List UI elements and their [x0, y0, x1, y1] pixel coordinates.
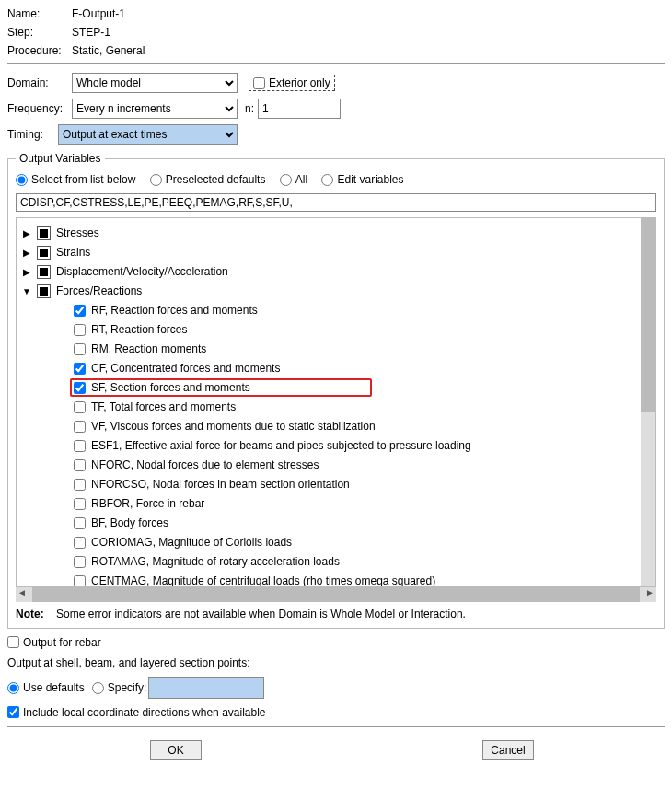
timing-label: Timing:: [7, 128, 58, 141]
tree-item-nforc[interactable]: NFORC, Nodal forces due to element stres…: [20, 456, 637, 475]
exterior-only-label: Exterior only: [269, 76, 330, 89]
radio-preselected[interactable]: Preselected defaults: [150, 173, 266, 186]
step-label: Step:: [7, 26, 72, 39]
procedure-row: Procedure: Static, General: [7, 44, 665, 57]
item-label: VF, Viscous forces and moments due to st…: [91, 420, 376, 433]
item-checkbox[interactable]: [74, 324, 86, 336]
specify-input[interactable]: [148, 677, 264, 699]
item-checkbox[interactable]: [74, 537, 86, 549]
tree-item-rbfor[interactable]: RBFOR, Force in rebar: [20, 494, 637, 514]
checkbox-indeterminate-icon[interactable]: [37, 265, 51, 279]
item-checkbox[interactable]: [74, 440, 86, 452]
name-row: Name: F-Output-1: [7, 7, 665, 20]
item-label: BF, Body forces: [91, 516, 168, 529]
item-checkbox[interactable]: [74, 343, 86, 355]
radio-use-defaults[interactable]: Use defaults: [7, 681, 85, 694]
divider: [7, 63, 665, 64]
output-for-rebar-row[interactable]: Output for rebar: [7, 636, 665, 649]
item-checkbox[interactable]: [74, 305, 86, 317]
tree-item-rm[interactable]: RM, Reaction moments: [20, 340, 637, 359]
exterior-only-box[interactable]: Exterior only: [249, 75, 335, 91]
timing-row: Timing: Output at exact times: [7, 124, 665, 145]
item-label: ESF1, Effective axial force for beams an…: [91, 439, 471, 452]
n-label: n:: [245, 102, 254, 115]
output-mode-radios: Select from list below Preselected defau…: [16, 172, 656, 186]
frequency-dropdown[interactable]: Every n increments: [72, 99, 238, 119]
radio-specify[interactable]: Specify:: [92, 681, 147, 694]
checkbox-indeterminate-icon[interactable]: [37, 284, 51, 298]
n-input[interactable]: [258, 99, 341, 119]
radio-all[interactable]: All: [280, 173, 307, 186]
tree-item-tf[interactable]: TF, Total forces and moments: [20, 398, 637, 417]
tree-item-esf1[interactable]: ESF1, Effective axial force for beams an…: [20, 436, 637, 456]
tree-label: Forces/Reactions: [56, 284, 142, 297]
name-label: Name:: [7, 7, 72, 20]
tree-label: Strains: [56, 246, 90, 259]
tree-item-rf[interactable]: RF, Reaction forces and moments: [20, 301, 637, 320]
item-label: RT, Reaction forces: [91, 323, 188, 336]
tree-item-centmag[interactable]: CENTMAG, Magnitude of centrifugal loads …: [20, 572, 637, 586]
tree-item-bf[interactable]: BF, Body forces: [20, 514, 637, 533]
include-local-coord-row[interactable]: Include local coordinate directions when…: [7, 706, 665, 719]
tree-label: Stresses: [56, 226, 99, 239]
output-variables-fieldset: Output Variables Select from list below …: [7, 152, 665, 629]
name-value: F-Output-1: [72, 7, 665, 20]
tree-item-coriomag[interactable]: CORIOMAG, Magnitude of Coriolis loads: [20, 533, 637, 552]
item-checkbox[interactable]: [74, 556, 86, 568]
tree-item-sf[interactable]: SF, Section forces and moments: [20, 378, 637, 398]
note-row: Note: Some error indicators are not avai…: [16, 608, 656, 620]
frequency-row: Frequency: Every n increments n:: [7, 99, 665, 119]
domain-label: Domain:: [7, 76, 72, 89]
timing-dropdown[interactable]: Output at exact times: [58, 124, 238, 145]
item-checkbox[interactable]: [74, 479, 86, 491]
button-row: OK Cancel: [7, 740, 665, 760]
domain-row: Domain: Whole model Exterior only: [7, 73, 665, 93]
tree-container: Stresses Strains Displacement/Velocity/A…: [16, 217, 656, 587]
section-points-radios: Use defaults Specify:: [7, 677, 665, 699]
radio-select-from-list[interactable]: Select from list below: [16, 173, 135, 186]
item-checkbox[interactable]: [74, 575, 86, 586]
variables-string-input[interactable]: [16, 193, 656, 212]
tree-strains[interactable]: Strains: [20, 243, 637, 262]
item-label: CORIOMAG, Magnitude of Coriolis loads: [91, 536, 292, 549]
item-label: SF, Section forces and moments: [91, 381, 250, 394]
tree-item-vf[interactable]: VF, Viscous forces and moments due to st…: [20, 417, 637, 436]
checkbox-indeterminate-icon[interactable]: [37, 226, 51, 240]
ok-button[interactable]: OK: [150, 740, 202, 760]
item-checkbox[interactable]: [74, 517, 86, 529]
tree-content[interactable]: Stresses Strains Displacement/Velocity/A…: [17, 218, 641, 586]
procedure-value: Static, General: [72, 44, 665, 57]
include-local-coord-checkbox[interactable]: [7, 706, 19, 718]
tree-displacement[interactable]: Displacement/Velocity/Acceleration: [20, 262, 637, 282]
item-label: NFORCSO, Nodal forces in beam section or…: [91, 478, 350, 491]
item-checkbox[interactable]: [74, 382, 86, 394]
radio-edit[interactable]: Edit variables: [321, 173, 403, 186]
step-row: Step: STEP-1: [7, 26, 665, 39]
tree-stresses[interactable]: Stresses: [20, 224, 637, 243]
tree-item-nforcso[interactable]: NFORCSO, Nodal forces in beam section or…: [20, 475, 637, 494]
item-checkbox[interactable]: [74, 401, 86, 413]
include-local-coord-label: Include local coordinate directions when…: [23, 706, 266, 719]
expand-icon[interactable]: [20, 248, 33, 258]
output-for-rebar-checkbox[interactable]: [7, 636, 19, 648]
horizontal-scrollbar[interactable]: [16, 587, 656, 602]
item-checkbox[interactable]: [74, 459, 86, 471]
domain-dropdown[interactable]: Whole model: [72, 73, 238, 93]
collapse-icon[interactable]: [20, 286, 33, 296]
item-checkbox[interactable]: [74, 498, 86, 510]
checkbox-indeterminate-icon[interactable]: [37, 246, 51, 260]
exterior-only-checkbox[interactable]: [253, 77, 265, 89]
tree-forces[interactable]: Forces/Reactions: [20, 282, 637, 301]
tree-item-rotamag[interactable]: ROTAMAG, Magnitude of rotary acceleratio…: [20, 552, 637, 572]
item-checkbox[interactable]: [74, 363, 86, 375]
cancel-button[interactable]: Cancel: [482, 740, 534, 760]
vertical-scrollbar[interactable]: [641, 218, 655, 586]
expand-icon[interactable]: [20, 228, 33, 238]
item-checkbox[interactable]: [74, 421, 86, 433]
tree-item-rt[interactable]: RT, Reaction forces: [20, 320, 637, 340]
step-value: STEP-1: [72, 26, 665, 39]
tree-wrapper: Stresses Strains Displacement/Velocity/A…: [16, 217, 656, 602]
tree-item-cf[interactable]: CF, Concentrated forces and moments: [20, 359, 637, 378]
expand-icon[interactable]: [20, 267, 33, 277]
item-label: CENTMAG, Magnitude of centrifugal loads …: [91, 574, 435, 586]
